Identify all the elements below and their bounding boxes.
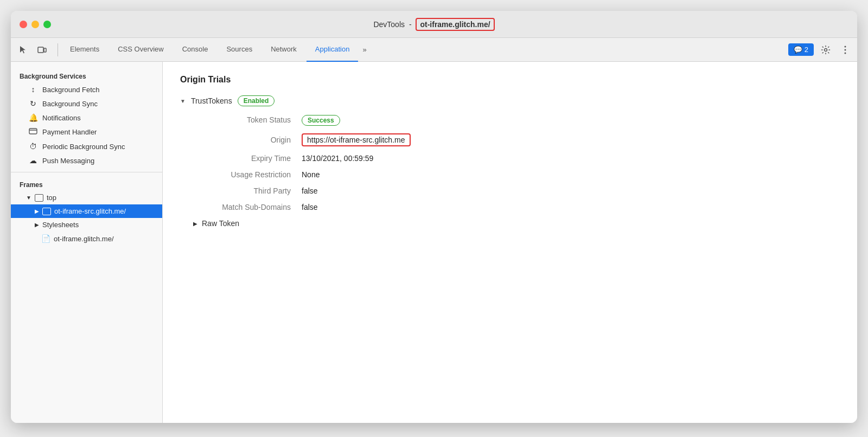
frame-ot-label: ot-iframe-src.glitch.me/ (54, 207, 126, 215)
sidebar-item-background-sync[interactable]: ↻ Background Sync (11, 97, 162, 111)
tab-sources[interactable]: Sources (218, 38, 261, 62)
close-button[interactable] (20, 21, 27, 28)
detail-table: Token Status Success Origin https://ot-i… (193, 115, 840, 211)
tab-network[interactable]: Network (262, 38, 305, 62)
third-party-label: Third Party (193, 187, 302, 195)
token-status-row: Token Status Success (193, 115, 840, 126)
expiry-time-row: Expiry Time 13/10/2021, 00:59:59 (193, 154, 840, 163)
tab-console[interactable]: Console (174, 38, 217, 62)
minimize-button[interactable] (31, 21, 39, 28)
sidebar-item-label: Background Fetch (42, 86, 100, 94)
tab-elements[interactable]: Elements (61, 38, 108, 62)
sidebar-item-label: Periodic Background Sync (42, 143, 125, 151)
message-icon: 💬 (794, 46, 802, 54)
frame-top-arrow: ▼ (26, 195, 31, 201)
sidebar-item-label: Payment Handler (42, 128, 97, 136)
url-highlight: ot-iframe.glitch.me/ (416, 18, 494, 31)
match-subdomains-value: false (302, 203, 318, 211)
svg-point-4 (845, 49, 846, 50)
raw-token-arrow[interactable]: ▶ (193, 221, 197, 227)
doc-icon: 📄 (41, 234, 50, 243)
frame-doc-label: ot-iframe.glitch.me/ (54, 235, 114, 243)
match-subdomains-row: Match Sub-Domains false (193, 203, 840, 211)
toolbar-divider (58, 43, 58, 56)
sidebar-item-label: Push Messaging (42, 157, 94, 165)
message-count: 2 (805, 46, 808, 54)
traffic-lights (20, 21, 51, 28)
token-status-value: Success (302, 115, 340, 126)
toolbar-right: 💬 2 (788, 42, 853, 57)
window-title: DevTools - ot-iframe.glitch.me/ (373, 18, 494, 31)
third-party-value: false (302, 187, 318, 195)
match-subdomains-label: Match Sub-Domains (193, 203, 302, 211)
notifications-icon: 🔔 (28, 113, 38, 122)
raw-token-label: Raw Token (202, 219, 239, 228)
page-title: Origin Trials (180, 75, 840, 85)
frames-title: Frames (11, 177, 162, 191)
background-services-title: Background Services (11, 68, 162, 82)
frame-ot-arrow: ▶ (35, 208, 39, 214)
sidebar-item-notifications[interactable]: 🔔 Notifications (11, 111, 162, 125)
background-fetch-icon: ↕ (28, 85, 38, 94)
origin-value: https://ot-iframe-src.glitch.me (302, 133, 411, 146)
usage-restriction-label: Usage Restriction (193, 170, 302, 179)
frame-top[interactable]: ▼ top (11, 191, 162, 204)
main-content: Background Services ↕ Background Fetch ↻… (11, 62, 857, 423)
toolbar-tabs: Elements CSS Overview Console Sources Ne… (61, 38, 788, 62)
svg-rect-1 (44, 48, 46, 52)
background-sync-icon: ↻ (28, 99, 38, 108)
devtools-window: DevTools - ot-iframe.glitch.me/ Elements… (11, 11, 857, 423)
content-area: Origin Trials ▼ TrustTokens Enabled Toke… (163, 62, 857, 423)
periodic-sync-icon: ⏱ (28, 142, 38, 151)
push-messaging-icon: ☁ (28, 156, 38, 165)
origin-row: Origin https://ot-iframe-src.glitch.me (193, 133, 840, 146)
frame-ot-iframe-doc[interactable]: 📄 ot-iframe.glitch.me/ (11, 232, 162, 246)
raw-token-row: ▶ Raw Token (193, 219, 840, 228)
cursor-tool-button[interactable] (15, 42, 31, 58)
expiry-time-label: Expiry Time (193, 154, 302, 163)
more-options-button[interactable] (838, 42, 853, 57)
sidebar: Background Services ↕ Background Fetch ↻… (11, 62, 163, 423)
sidebar-divider (11, 172, 162, 172)
token-status-label: Token Status (193, 115, 302, 124)
frame-stylesheets[interactable]: ▶ Stylesheets (11, 218, 162, 232)
svg-rect-6 (29, 128, 37, 134)
toolbar-icons (15, 42, 50, 58)
frame-ot-iframe-src[interactable]: ▶ ot-iframe-src.glitch.me/ (11, 204, 162, 218)
titlebar: DevTools - ot-iframe.glitch.me/ (11, 11, 857, 38)
settings-button[interactable] (818, 42, 833, 57)
origin-label: Origin (193, 136, 302, 144)
sidebar-item-push-messaging[interactable]: ☁ Push Messaging (11, 153, 162, 168)
sidebar-item-label: Background Sync (42, 100, 98, 108)
section-name: TrustTokens (191, 97, 232, 105)
section-collapse-arrow[interactable]: ▼ (180, 98, 186, 104)
sidebar-item-background-fetch[interactable]: ↕ Background Fetch (11, 82, 162, 97)
third-party-row: Third Party false (193, 187, 840, 195)
maximize-button[interactable] (43, 21, 51, 28)
svg-point-5 (845, 52, 846, 54)
device-tool-button[interactable] (34, 42, 50, 58)
messages-button[interactable]: 💬 2 (788, 43, 814, 56)
svg-point-3 (845, 46, 846, 47)
frame-top-icon (35, 194, 43, 202)
frame-stylesheets-arrow: ▶ (35, 222, 39, 228)
frame-ot-icon (42, 208, 51, 215)
usage-restriction-value: None (302, 170, 320, 179)
sidebar-item-label: Notifications (42, 114, 81, 122)
more-tabs-button[interactable]: » (359, 43, 369, 56)
expiry-time-value: 13/10/2021, 00:59:59 (302, 154, 373, 163)
svg-rect-0 (38, 47, 43, 53)
frame-stylesheets-label: Stylesheets (42, 221, 79, 229)
payment-handler-icon (28, 127, 38, 137)
enabled-badge: Enabled (238, 95, 275, 106)
section-header: ▼ TrustTokens Enabled (180, 95, 840, 106)
toolbar: Elements CSS Overview Console Sources Ne… (11, 38, 857, 62)
sidebar-item-periodic-background-sync[interactable]: ⏱ Periodic Background Sync (11, 139, 162, 153)
svg-point-2 (825, 48, 827, 51)
app-name: DevTools (373, 20, 405, 29)
usage-restriction-row: Usage Restriction None (193, 170, 840, 179)
frame-top-label: top (47, 194, 56, 202)
sidebar-item-payment-handler[interactable]: Payment Handler (11, 125, 162, 139)
tab-application[interactable]: Application (307, 38, 359, 62)
tab-css-overview[interactable]: CSS Overview (109, 38, 173, 62)
